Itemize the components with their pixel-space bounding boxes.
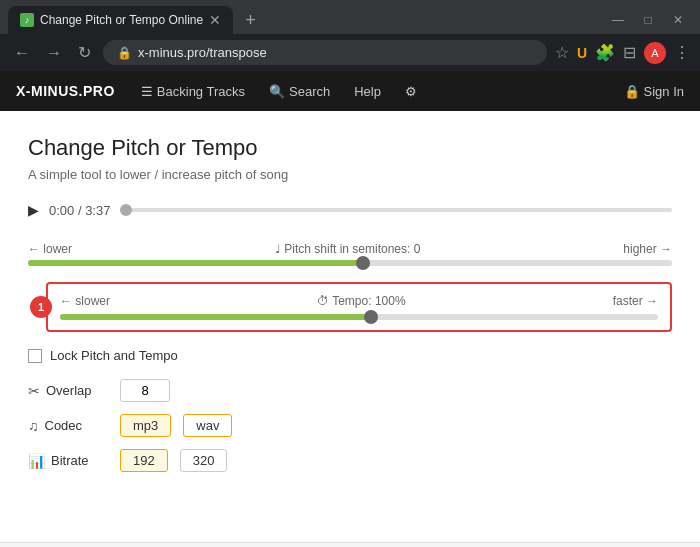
nav-item-settings[interactable]: ⚙ [395, 78, 427, 105]
overlap-label: Overlap [46, 383, 92, 398]
lock-checkbox[interactable] [28, 349, 42, 363]
bitrate-label-container: 📊 Bitrate [28, 453, 108, 469]
bottom-bar: 2 ⬇ Download ☁ Upload More [0, 542, 700, 547]
close-button[interactable]: ✕ [664, 6, 692, 34]
browser-chrome: ♪ Change Pitch or Tempo Online ✕ + — □ ✕… [0, 0, 700, 71]
bitrate-320-button[interactable]: 320 [180, 449, 228, 472]
lock-icon: 🔒 [117, 46, 132, 60]
search-label: Search [289, 84, 330, 99]
address-text: x-minus.pro/transpose [138, 45, 533, 60]
pitch-label-left: ← lower [28, 242, 72, 256]
address-bar: ← → ↻ 🔒 x-minus.pro/transpose ☆ U 🧩 ⊟ A … [0, 34, 700, 71]
sign-in-button[interactable]: 🔒 Sign In [624, 84, 684, 99]
toolbar-icons: ☆ U 🧩 ⊟ A ⋮ [555, 42, 690, 64]
overlap-label-container: ✂ Overlap [28, 383, 108, 399]
tempo-label-left: ← slower [60, 294, 110, 308]
codec-icon: ♫ [28, 418, 39, 434]
menu-icon[interactable]: ⋮ [674, 43, 690, 62]
new-tab-button[interactable]: + [237, 8, 264, 33]
audio-progress-thumb[interactable] [120, 204, 132, 216]
page-subtitle: A simple tool to lower / increase pitch … [28, 167, 672, 182]
pitch-slider-track[interactable] [28, 260, 672, 266]
search-icon: 🔍 [269, 84, 285, 99]
codec-label: Codec [45, 418, 83, 433]
bitrate-row: 📊 Bitrate 192 320 [28, 449, 672, 472]
signin-lock-icon: 🔒 [624, 84, 640, 99]
star-icon[interactable]: ☆ [555, 43, 569, 62]
window-controls: — □ ✕ [604, 6, 692, 34]
time-display: 0:00 / 3:37 [49, 203, 110, 218]
u-icon: U [577, 45, 587, 61]
overlap-row: ✂ Overlap [28, 379, 672, 402]
refresh-button[interactable]: ↻ [74, 41, 95, 64]
minimize-button[interactable]: — [604, 6, 632, 34]
nav-item-search[interactable]: 🔍 Search [259, 78, 340, 105]
lock-row: Lock Pitch and Tempo [28, 348, 672, 363]
pitch-slider-section: ← lower ♩ Pitch shift in semitones: 0 hi… [28, 242, 672, 266]
settings-icon: ⚙ [405, 84, 417, 99]
tab-close-button[interactable]: ✕ [209, 12, 221, 28]
overlap-icon: ✂ [28, 383, 40, 399]
cast-icon[interactable]: ⊟ [623, 43, 636, 62]
pitch-thumb[interactable] [356, 256, 370, 270]
forward-button[interactable]: → [42, 42, 66, 64]
tab-bar: ♪ Change Pitch or Tempo Online ✕ + — □ ✕ [0, 0, 700, 34]
tempo-slider-track[interactable] [60, 314, 658, 320]
bitrate-192-button[interactable]: 192 [120, 449, 168, 472]
audio-player: ▶ 0:00 / 3:37 [28, 202, 672, 218]
tempo-label-center: ⏱ Tempo: 100% [317, 294, 406, 308]
tempo-fill [60, 314, 371, 320]
profile-icon[interactable]: A [644, 42, 666, 64]
codec-label-container: ♫ Codec [28, 418, 108, 434]
active-tab[interactable]: ♪ Change Pitch or Tempo Online ✕ [8, 6, 233, 34]
tempo-box: ← slower ⏱ Tempo: 100% faster → [46, 282, 672, 332]
back-button[interactable]: ← [10, 42, 34, 64]
pitch-label-center: ♩ Pitch shift in semitones: 0 [275, 242, 420, 256]
nav-item-backing-tracks[interactable]: ☰ Backing Tracks [131, 78, 255, 105]
audio-progress-bar[interactable] [120, 208, 672, 212]
tab-favicon: ♪ [20, 13, 34, 27]
hamburger-icon: ☰ [141, 84, 153, 99]
site-navigation: X-MINUS.PRO ☰ Backing Tracks 🔍 Search He… [0, 71, 700, 111]
puzzle-icon[interactable]: 🧩 [595, 43, 615, 62]
backing-tracks-label: Backing Tracks [157, 84, 245, 99]
codec-wav-button[interactable]: wav [183, 414, 232, 437]
bitrate-label: Bitrate [51, 453, 89, 468]
nav-items: ☰ Backing Tracks 🔍 Search Help ⚙ [131, 78, 427, 105]
tempo-thumb[interactable] [364, 310, 378, 324]
site-logo[interactable]: X-MINUS.PRO [16, 83, 115, 99]
codec-mp3-button[interactable]: mp3 [120, 414, 171, 437]
play-button[interactable]: ▶ [28, 202, 39, 218]
help-label: Help [354, 84, 381, 99]
tab-title: Change Pitch or Tempo Online [40, 13, 203, 27]
signin-label: Sign In [644, 84, 684, 99]
overlap-input[interactable] [120, 379, 170, 402]
maximize-button[interactable]: □ [634, 6, 662, 34]
address-input[interactable]: 🔒 x-minus.pro/transpose [103, 40, 547, 65]
tempo-label-right: faster → [613, 294, 658, 308]
page-title: Change Pitch or Tempo [28, 135, 672, 161]
lock-label: Lock Pitch and Tempo [50, 348, 178, 363]
tempo-section: 1 ← slower ⏱ Tempo: 100% faster → [46, 282, 672, 332]
nav-item-help[interactable]: Help [344, 78, 391, 105]
bitrate-icon: 📊 [28, 453, 45, 469]
pitch-fill [28, 260, 363, 266]
page-content: Change Pitch or Tempo A simple tool to l… [0, 111, 700, 542]
codec-row: ♫ Codec mp3 wav [28, 414, 672, 437]
pitch-label-right: higher → [623, 242, 672, 256]
